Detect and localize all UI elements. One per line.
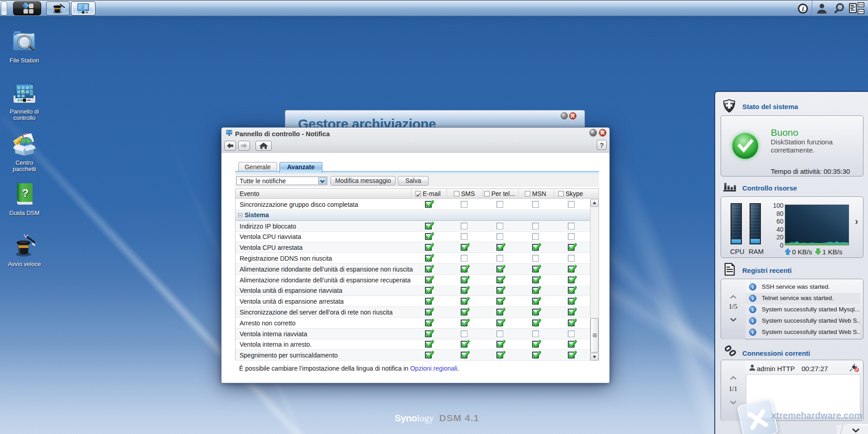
svg-text:?: ? — [22, 187, 29, 199]
